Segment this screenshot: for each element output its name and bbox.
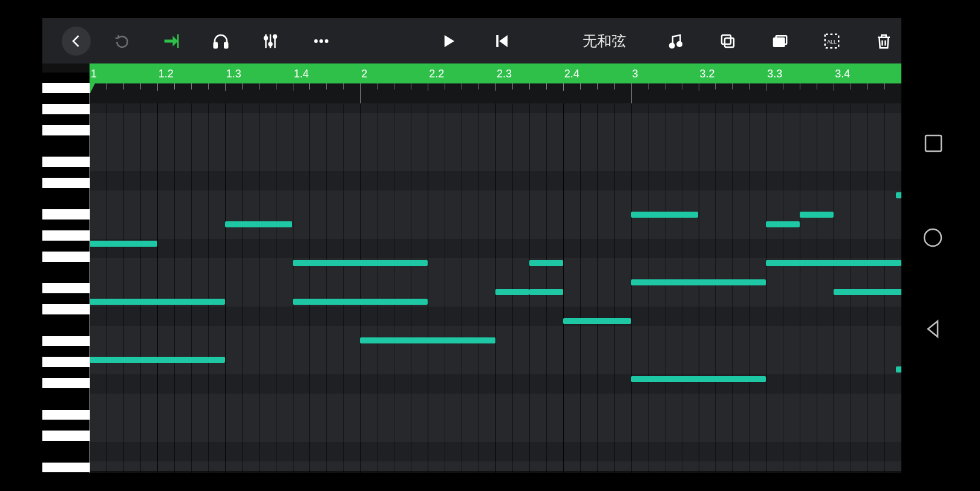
svg-rect-14 <box>496 35 498 47</box>
piano-key[interactable] <box>42 189 90 199</box>
mixer-button[interactable] <box>261 32 279 50</box>
svg-point-10 <box>273 35 276 38</box>
piano-key[interactable] <box>42 389 90 399</box>
select-all-button[interactable]: ALL <box>823 32 841 50</box>
tick-strip <box>90 83 901 103</box>
piano-key[interactable] <box>42 125 90 135</box>
midi-note[interactable] <box>631 376 766 382</box>
regions-button[interactable] <box>771 32 789 50</box>
piano-key[interactable] <box>42 241 90 252</box>
midi-note[interactable] <box>631 279 766 285</box>
more-button[interactable] <box>312 32 330 50</box>
svg-rect-3 <box>214 42 217 48</box>
midi-note[interactable] <box>529 289 563 295</box>
midi-note[interactable] <box>563 318 631 324</box>
playhead-line[interactable] <box>90 83 90 473</box>
piano-key[interactable] <box>42 252 90 262</box>
midi-note[interactable] <box>766 221 800 227</box>
piano-key[interactable] <box>42 73 90 83</box>
piano-key[interactable] <box>42 178 90 188</box>
piano-key[interactable] <box>42 115 90 125</box>
piano-key[interactable] <box>42 294 90 304</box>
piano-key[interactable] <box>42 441 90 452</box>
svg-point-1 <box>924 229 941 246</box>
back-button[interactable] <box>62 27 91 56</box>
piano-key[interactable] <box>42 431 90 441</box>
piano-key[interactable] <box>42 357 90 367</box>
midi-note[interactable] <box>225 221 293 227</box>
chord-status-label[interactable]: 无和弦 <box>583 31 626 51</box>
piano-key[interactable] <box>42 83 90 93</box>
ruler-label: 2.2 <box>429 68 444 80</box>
piano-key[interactable] <box>42 136 90 146</box>
svg-point-9 <box>269 42 272 45</box>
midi-note[interactable] <box>90 299 225 305</box>
midi-note[interactable] <box>834 289 901 295</box>
piano-key[interactable] <box>42 336 90 346</box>
svg-rect-17 <box>725 38 734 47</box>
piano-key[interactable] <box>42 220 90 230</box>
midi-note[interactable] <box>896 366 901 372</box>
android-home-button[interactable] <box>922 227 944 249</box>
piano-key[interactable] <box>42 325 90 336</box>
headphones-button[interactable] <box>212 32 230 50</box>
piano-key[interactable] <box>42 146 90 157</box>
piano-key[interactable] <box>42 104 90 114</box>
midi-note[interactable] <box>495 289 529 295</box>
piano-key[interactable] <box>42 399 90 409</box>
piano-key[interactable] <box>42 378 90 388</box>
quantize-button[interactable] <box>667 32 685 50</box>
svg-point-13 <box>325 39 328 43</box>
svg-rect-4 <box>224 42 227 48</box>
midi-note[interactable] <box>896 192 901 198</box>
midi-note[interactable] <box>360 337 495 343</box>
piano-key[interactable] <box>42 209 90 219</box>
midi-note[interactable] <box>766 260 901 266</box>
go-to-start-button[interactable] <box>492 32 511 50</box>
delete-button[interactable] <box>875 32 893 50</box>
piano-key[interactable] <box>42 410 90 420</box>
midi-note[interactable] <box>90 357 225 363</box>
piano-key[interactable] <box>42 304 90 314</box>
midi-note[interactable] <box>800 212 834 218</box>
piano-key[interactable] <box>42 315 90 325</box>
midi-note[interactable] <box>631 212 699 218</box>
piano-key[interactable] <box>42 368 90 378</box>
ruler-label: 2.4 <box>564 68 580 80</box>
piano-key[interactable] <box>42 452 90 462</box>
midi-note[interactable] <box>293 299 428 305</box>
play-button[interactable] <box>439 32 457 50</box>
piano-key[interactable] <box>42 346 90 357</box>
ruler-label: 1.2 <box>158 68 174 80</box>
note-grid[interactable] <box>90 103 901 473</box>
snap-tool-button[interactable] <box>162 32 180 50</box>
ruler-label: 3.2 <box>700 68 715 80</box>
midi-note[interactable] <box>529 260 563 266</box>
piano-key[interactable] <box>42 94 90 104</box>
piano-key[interactable] <box>42 262 90 273</box>
timeline-ruler[interactable]: 11.21.31.422.22.32.433.23.33.44 <box>90 63 901 83</box>
ruler-label: 3.3 <box>767 68 782 80</box>
piano-key[interactable] <box>42 420 90 431</box>
svg-point-15 <box>670 43 675 48</box>
copy-button[interactable] <box>719 32 737 50</box>
note-area-scroll[interactable]: 11.21.31.422.22.32.433.23.33.44 <box>90 63 901 473</box>
android-back-button[interactable] <box>923 319 944 339</box>
midi-note[interactable] <box>90 241 157 247</box>
undo-button[interactable] <box>110 29 134 53</box>
piano-key[interactable] <box>42 199 90 209</box>
svg-text:ALL: ALL <box>827 38 837 44</box>
piano-key[interactable] <box>42 273 90 283</box>
piano-key-gutter[interactable] <box>42 73 90 473</box>
svg-point-16 <box>678 42 682 47</box>
ruler-label: 3 <box>632 68 638 80</box>
svg-rect-0 <box>926 135 941 151</box>
piano-key[interactable] <box>42 157 90 167</box>
piano-key[interactable] <box>42 230 90 241</box>
piano-key[interactable] <box>42 283 90 293</box>
ruler-label: 1.4 <box>294 68 309 80</box>
midi-note[interactable] <box>293 260 428 266</box>
piano-key[interactable] <box>42 463 90 473</box>
piano-key[interactable] <box>42 167 90 178</box>
android-recent-button[interactable] <box>923 133 944 154</box>
